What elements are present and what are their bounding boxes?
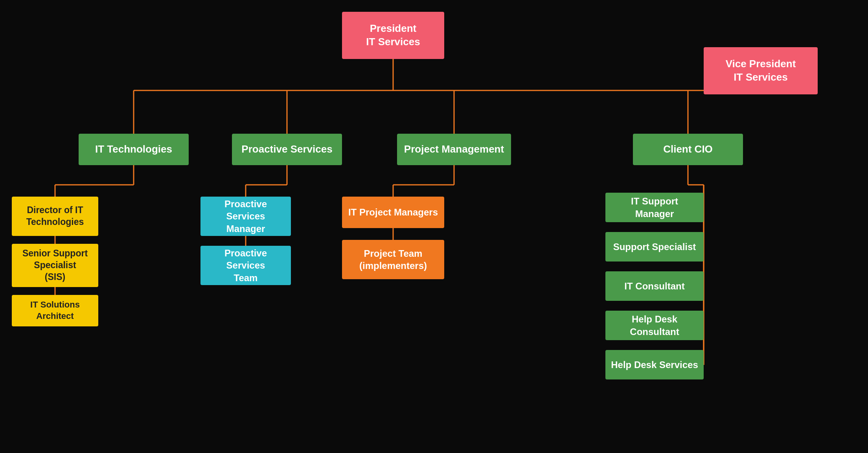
vp-node: Vice President IT Services	[704, 47, 818, 94]
org-chart: President IT Services Vice President IT …	[0, 0, 868, 453]
project-team-node: Project Team (implementers)	[342, 240, 444, 279]
it-tech-node: IT Technologies	[79, 134, 189, 165]
proactive-svc-node: Proactive Services	[232, 134, 342, 165]
it-consultant-node: IT Consultant	[605, 271, 704, 301]
it-support-mgr-node: IT Support Manager	[605, 193, 704, 222]
proactive-team-node: Proactive Services Team	[200, 246, 291, 285]
it-project-mgrs-node: IT Project Managers	[342, 197, 444, 228]
project-mgmt-node: Project Management	[397, 134, 511, 165]
it-solutions-node: IT Solutions Architect	[12, 295, 98, 326]
senior-support-node: Senior Support Specialist (SIS)	[12, 244, 98, 287]
client-cio-node: Client CIO	[633, 134, 743, 165]
helpdesk-services-node: Help Desk Services	[605, 350, 704, 379]
president-node: President IT Services	[342, 12, 444, 59]
dir-it-tech-node: Director of IT Technologies	[12, 197, 98, 236]
proactive-mgr-node: Proactive Services Manager	[200, 197, 291, 236]
support-spec-node: Support Specialist	[605, 232, 704, 261]
helpdesk-consultant-node: Help Desk Consultant	[605, 311, 704, 340]
